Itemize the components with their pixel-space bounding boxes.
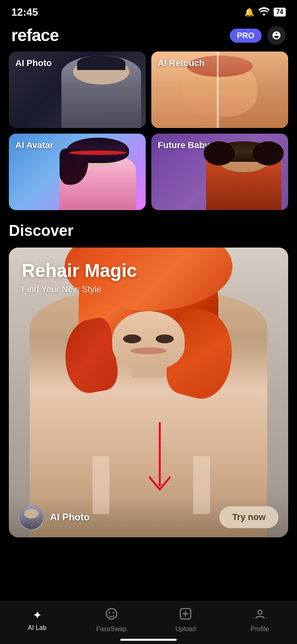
nav-item-ai-lab[interactable]: ✦ AI Lab: [0, 609, 74, 632]
discover-section: Discover: [0, 222, 297, 537]
footer-avatar: [19, 504, 44, 530]
upload-icon: [179, 607, 192, 623]
ai-retouch-label: AI Retouch: [158, 58, 204, 68]
nav-item-upload[interactable]: Upload: [148, 607, 223, 633]
profile-label: Profile: [251, 625, 269, 633]
ai-lab-label: AI Lab: [28, 624, 46, 632]
svg-point-3: [113, 612, 114, 613]
feature-card-ai-photo[interactable]: AI Photo: [9, 52, 146, 128]
home-indicator: [120, 639, 177, 641]
discover-title: Discover: [9, 222, 288, 239]
discover-card[interactable]: Rehair Magic Find Your New Style AI Phot…: [9, 248, 288, 537]
status-time: 12:45: [11, 6, 38, 19]
discover-card-subtitle: Find Your New Style: [22, 284, 275, 295]
ai-avatar-label: AI Avatar: [15, 140, 54, 151]
footer-left: AI Photo: [19, 504, 90, 530]
red-arrow-indicator: [146, 419, 174, 497]
upload-label: Upload: [175, 625, 196, 633]
feature-card-future-baby[interactable]: Future Baby: [151, 134, 288, 210]
faceswap-icon: [105, 607, 118, 623]
status-bar: 12:45 🔔 74: [0, 0, 297, 22]
try-now-button[interactable]: Try now: [219, 506, 278, 528]
feature-grid: AI Photo AI Retouch: [0, 52, 297, 210]
nav-item-faceswap[interactable]: FaceSwap: [74, 607, 149, 633]
discover-card-title: Rehair Magic: [22, 260, 275, 281]
wifi-icon: [258, 7, 270, 17]
pro-badge[interactable]: PRO: [230, 29, 262, 43]
nav-item-profile[interactable]: Profile: [223, 607, 297, 633]
app-logo: reface: [11, 26, 59, 45]
ai-lab-icon: ✦: [33, 609, 42, 622]
settings-button[interactable]: [267, 26, 286, 45]
battery-indicator: 74: [274, 8, 286, 17]
svg-point-7: [258, 610, 262, 614]
discover-card-content: Rehair Magic Find Your New Style: [9, 248, 288, 295]
svg-point-1: [106, 609, 117, 619]
app-header: reface PRO: [0, 22, 297, 52]
future-baby-label: Future Baby: [158, 140, 209, 151]
main-content: 12:45 🔔 74 reface PRO: [0, 0, 297, 578]
header-right: PRO: [230, 26, 286, 45]
notification-icon: 🔔: [244, 7, 254, 17]
bottom-navigation: ✦ AI Lab FaceSwap Upload: [0, 601, 297, 644]
feature-card-ai-retouch[interactable]: AI Retouch: [151, 52, 288, 128]
footer-feature-label: AI Photo: [50, 512, 90, 523]
svg-point-2: [109, 612, 110, 613]
profile-icon: [254, 607, 266, 623]
discover-card-footer: AI Photo Try now: [9, 497, 288, 537]
status-icons: 🔔 74: [244, 7, 286, 17]
ai-photo-label: AI Photo: [15, 58, 52, 68]
faceswap-label: FaceSwap: [96, 625, 127, 633]
feature-card-ai-avatar[interactable]: AI Avatar: [9, 134, 146, 210]
